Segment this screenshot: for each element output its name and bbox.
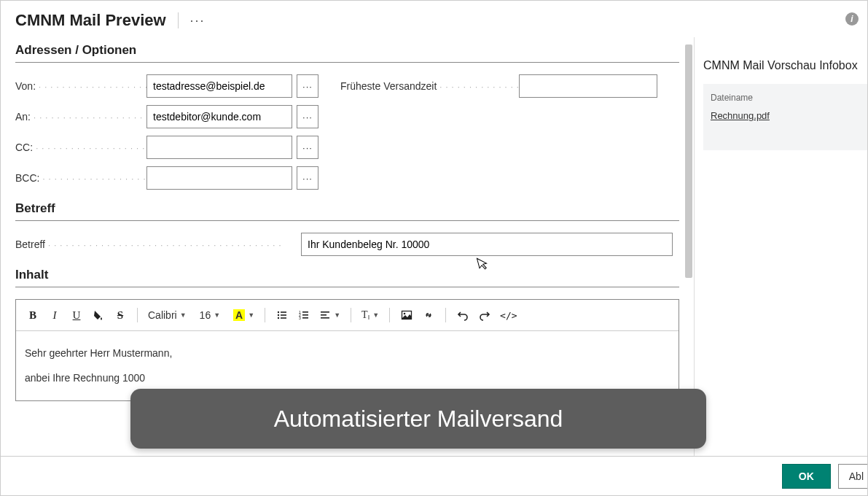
section-content[interactable]: Inhalt [15,268,679,287]
header-separator [178,12,179,28]
svg-rect-9 [302,314,308,316]
code-view-button[interactable]: </> [497,306,520,325]
ok-button[interactable]: OK [782,464,831,489]
cancel-button[interactable]: Abl [838,464,868,489]
subject-label: Betreff [15,239,301,250]
numbered-list-button[interactable]: 123 [294,306,313,325]
text-style-dropdown[interactable]: TI▼ [359,306,382,325]
sendtime-label: Früheste Versandzeit [340,80,519,92]
link-button[interactable] [419,306,438,325]
page-title: CMNM Mail Preview [15,11,166,30]
info-icon[interactable]: i [845,12,859,26]
editor-toolbar: B I U S Calibri▼ 16▼ A▼ 123 [16,300,679,331]
subject-input[interactable] [301,233,673,256]
toolbar-separator [137,308,138,322]
toolbar-separator [351,308,351,322]
to-input[interactable] [146,105,292,128]
from-label: Von: [15,80,146,92]
undo-button[interactable] [453,306,472,325]
bold-button[interactable]: B [23,306,42,325]
fill-button[interactable] [89,306,108,325]
footer: OK Abl [1,456,867,495]
bcc-lookup-button[interactable]: ··· [297,166,318,190]
svg-point-0 [278,311,279,313]
more-actions-button[interactable]: ··· [190,13,206,28]
section-addresses[interactable]: Adressen / Optionen [15,43,679,63]
redo-button[interactable] [475,306,494,325]
attachment-link[interactable]: Rechnung.pdf [711,110,860,121]
side-pane: CMNM Mail Vorschau Infobox Dateiname Rec… [694,37,867,496]
section-subject[interactable]: Betreff [15,201,679,221]
rich-text-editor: B I U S Calibri▼ 16▼ A▼ 123 [15,299,679,401]
infobox-title: CMNM Mail Vorschau Infobox [703,59,867,72]
svg-point-16 [404,313,406,315]
editor-line: Sehr geehrter Herr Mustermann, [25,341,670,366]
svg-rect-13 [321,314,327,316]
svg-rect-7 [302,311,308,313]
svg-point-4 [278,317,279,319]
editor-line: anbei Ihre Rechnung 1000 [25,366,670,391]
bcc-label: BCC: [15,172,146,184]
svg-rect-5 [281,317,286,319]
cc-lookup-button[interactable]: ··· [297,136,318,159]
toolbar-separator [445,308,446,322]
overlay-banner: Automatisierter Mailversand [130,389,706,449]
from-input[interactable] [146,74,292,98]
filename-label: Dateiname [711,93,860,103]
cc-input[interactable] [146,136,292,159]
svg-rect-11 [302,317,308,319]
svg-point-2 [278,314,279,316]
attachment-box: Dateiname Rechnung.pdf [703,84,867,150]
font-family-dropdown[interactable]: Calibri▼ [145,306,189,325]
svg-text:3: 3 [299,316,301,320]
underline-button[interactable]: U [67,306,86,325]
strikethrough-button[interactable]: S [111,306,130,325]
font-color-dropdown[interactable]: A▼ [230,306,257,325]
bcc-input[interactable] [146,166,292,190]
align-dropdown[interactable]: ▼ [316,306,343,325]
svg-rect-3 [281,314,286,316]
to-lookup-button[interactable]: ··· [297,105,318,128]
sendtime-input[interactable] [519,74,657,98]
page-header: CMNM Mail Preview ··· [1,1,867,37]
svg-rect-1 [281,311,286,313]
vertical-scrollbar[interactable] [685,44,692,278]
font-size-dropdown[interactable]: 16▼ [197,306,224,325]
cc-label: CC: [15,142,146,153]
image-button[interactable] [397,306,416,325]
svg-rect-14 [321,317,329,319]
italic-button[interactable]: I [45,306,64,325]
from-lookup-button[interactable]: ··· [297,74,318,98]
toolbar-separator [265,308,265,322]
svg-rect-12 [321,311,329,313]
toolbar-separator [389,308,390,322]
bullet-list-button[interactable] [273,306,292,325]
to-label: An: [15,111,146,123]
